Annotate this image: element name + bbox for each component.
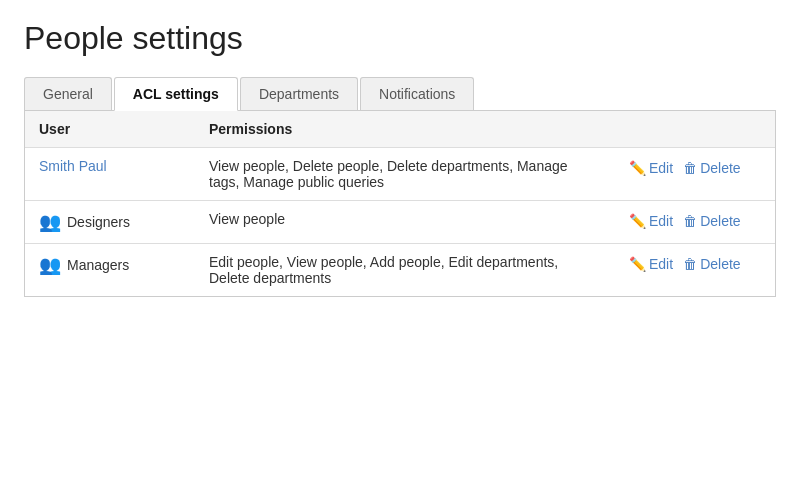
- user-cell: Smith Paul: [25, 148, 195, 201]
- tab-departments[interactable]: Departments: [240, 77, 358, 110]
- edit-button[interactable]: ✏️ Edit: [629, 213, 673, 229]
- pencil-icon: ✏️: [629, 256, 646, 272]
- page-title: People settings: [24, 20, 776, 57]
- table-row: 👥ManagersEdit people, View people, Add p…: [25, 244, 775, 297]
- group-icon: 👥: [39, 254, 61, 276]
- actions-cell: ✏️ Edit🗑 Delete: [615, 244, 775, 297]
- trash-icon: 🗑: [683, 160, 697, 176]
- actions-cell: ✏️ Edit🗑 Delete: [615, 148, 775, 201]
- table-row: Smith PaulView people, Delete people, De…: [25, 148, 775, 201]
- delete-button[interactable]: 🗑 Delete: [683, 213, 740, 229]
- delete-button[interactable]: 🗑 Delete: [683, 160, 740, 176]
- user-link[interactable]: Smith Paul: [39, 158, 107, 174]
- edit-button[interactable]: ✏️ Edit: [629, 160, 673, 176]
- table-header-row: User Permissions: [25, 111, 775, 148]
- permissions-cell: Edit people, View people, Add people, Ed…: [195, 244, 615, 297]
- trash-icon: 🗑: [683, 256, 697, 272]
- user-name: Designers: [67, 214, 130, 230]
- tab-acl[interactable]: ACL settings: [114, 77, 238, 111]
- col-header-actions: [615, 111, 775, 148]
- user-name: Managers: [67, 257, 129, 273]
- permissions-cell: View people, Delete people, Delete depar…: [195, 148, 615, 201]
- group-icon: 👥: [39, 211, 61, 233]
- delete-button[interactable]: 🗑 Delete: [683, 256, 740, 272]
- col-header-user: User: [25, 111, 195, 148]
- pencil-icon: ✏️: [629, 160, 646, 176]
- table-row: 👥DesignersView people✏️ Edit🗑 Delete: [25, 201, 775, 244]
- actions-cell: ✏️ Edit🗑 Delete: [615, 201, 775, 244]
- tab-bar: General ACL settings Departments Notific…: [24, 77, 776, 111]
- edit-button[interactable]: ✏️ Edit: [629, 256, 673, 272]
- permissions-cell: View people: [195, 201, 615, 244]
- content-area: User Permissions Smith PaulView people, …: [24, 111, 776, 297]
- col-header-permissions: Permissions: [195, 111, 615, 148]
- acl-table: User Permissions Smith PaulView people, …: [25, 111, 775, 296]
- user-cell: 👥Managers: [25, 244, 195, 297]
- tab-general[interactable]: General: [24, 77, 112, 110]
- pencil-icon: ✏️: [629, 213, 646, 229]
- trash-icon: 🗑: [683, 213, 697, 229]
- tab-notifications[interactable]: Notifications: [360, 77, 474, 110]
- user-cell: 👥Designers: [25, 201, 195, 244]
